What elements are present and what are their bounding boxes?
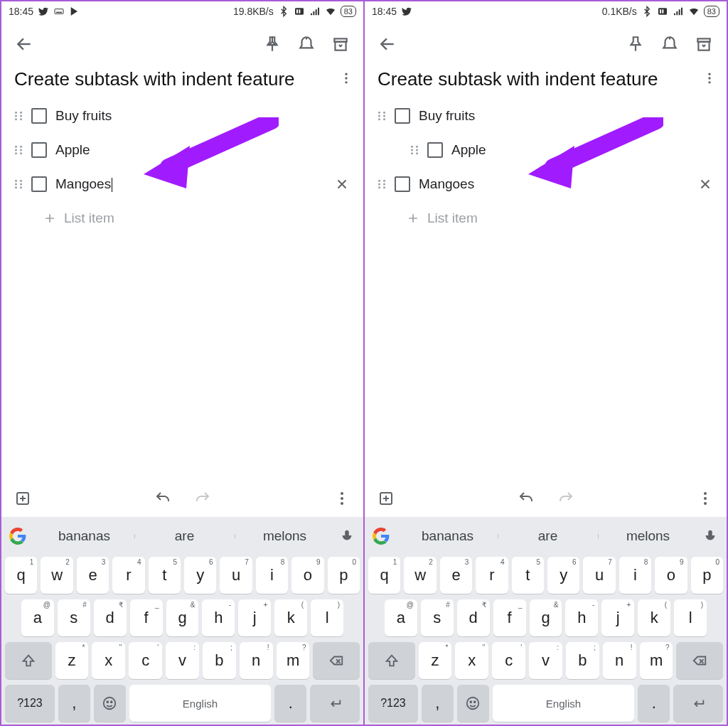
archive-button[interactable] [323,27,358,61]
key-n[interactable]: n! [240,642,273,679]
key-m[interactable]: m? [277,642,310,679]
redo-button[interactable] [186,481,220,516]
key-o[interactable]: o9 [655,557,687,594]
checklist-item-active[interactable]: Mangoes [372,167,719,201]
key-y[interactable]: y6 [184,557,216,594]
drag-handle-icon[interactable] [9,145,28,155]
key-o[interactable]: o9 [291,557,323,594]
key-v[interactable]: v: [529,642,562,679]
key-j[interactable]: j+ [238,599,271,636]
add-list-item[interactable]: List item [372,201,719,235]
key-x[interactable]: x" [455,642,488,679]
drag-handle-icon[interactable] [372,111,392,121]
comma-key[interactable]: , [58,685,90,722]
back-button[interactable] [7,27,41,61]
undo-button[interactable] [509,481,543,516]
checkbox[interactable] [31,108,47,124]
note-title[interactable]: Create subtask with indent feature [1,67,329,96]
key-m[interactable]: m? [640,642,673,679]
shift-key[interactable] [368,642,415,679]
key-p[interactable]: p0 [691,557,723,594]
symbols-key[interactable]: ?123 [368,685,418,722]
drag-handle-icon[interactable] [405,145,424,155]
undo-button[interactable] [146,481,180,516]
suggestion[interactable]: melons [235,528,335,544]
enter-key[interactable] [310,685,360,722]
back-button[interactable] [370,27,405,61]
emoji-key[interactable] [94,685,126,722]
checklist-item[interactable]: Buy fruits [372,99,719,133]
key-w[interactable]: w2 [404,557,436,594]
checkbox[interactable] [31,176,47,192]
pin-button[interactable] [619,27,653,61]
symbols-key[interactable]: ?123 [5,685,55,722]
more-options-button[interactable] [329,67,363,85]
key-r[interactable]: r4 [476,557,508,594]
key-p[interactable]: p0 [328,557,360,594]
suggestion[interactable]: are [498,528,598,544]
key-a[interactable]: a@ [385,599,417,636]
key-b[interactable]: b; [203,642,236,679]
checklist-item[interactable]: Apple [9,133,356,167]
archive-button[interactable] [687,27,721,61]
checklist-item-indented[interactable]: Apple [372,133,719,167]
key-z[interactable]: z* [55,642,89,679]
key-t[interactable]: t5 [512,557,544,594]
item-text[interactable]: Buy fruits [55,108,356,124]
reminder-button[interactable] [653,27,687,61]
add-content-button[interactable] [369,481,403,516]
checkbox[interactable] [395,108,410,124]
key-k[interactable]: k( [274,599,307,636]
key-j[interactable]: j+ [601,599,634,636]
drag-handle-icon[interactable] [9,179,28,189]
more-button[interactable] [688,481,722,516]
key-y[interactable]: y6 [547,557,579,594]
enter-key[interactable] [673,685,723,722]
key-l[interactable]: l) [311,599,343,636]
key-f[interactable]: f_ [130,599,163,636]
key-w[interactable]: w2 [41,557,73,594]
delete-item-button[interactable] [691,176,719,192]
key-n[interactable]: n! [603,642,636,679]
key-v[interactable]: v: [166,642,199,679]
note-title[interactable]: Create subtask with indent feature [365,67,692,96]
space-key[interactable]: English [493,685,635,722]
more-options-button[interactable] [692,67,727,85]
drag-handle-icon[interactable] [372,179,392,189]
add-list-item[interactable]: List item [9,201,356,235]
delete-item-button[interactable] [328,176,356,192]
key-t[interactable]: t5 [149,557,181,594]
item-text[interactable]: Mangoes [55,176,111,192]
key-e[interactable]: e3 [77,557,109,594]
checkbox[interactable] [395,176,410,192]
key-e[interactable]: e3 [440,557,472,594]
drag-handle-icon[interactable] [9,111,28,121]
google-logo-icon[interactable] [369,524,393,548]
key-r[interactable]: r4 [112,557,144,594]
key-i[interactable]: i8 [619,557,651,594]
space-key[interactable]: English [129,685,272,722]
key-z[interactable]: z* [419,642,452,679]
key-i[interactable]: i8 [256,557,288,594]
comma-key[interactable]: , [422,685,454,722]
key-l[interactable]: l) [674,599,707,636]
item-text[interactable]: Mangoes [419,176,474,192]
item-text[interactable]: Apple [55,142,356,158]
key-g[interactable]: g& [530,599,562,636]
key-c[interactable]: c' [492,642,525,679]
redo-button[interactable] [549,481,583,516]
pin-button[interactable] [255,27,289,61]
add-content-button[interactable] [6,481,40,516]
key-q[interactable]: q1 [5,557,37,594]
suggestion[interactable]: bananas [397,528,498,544]
key-c[interactable]: c' [129,642,162,679]
key-h[interactable]: h- [202,599,235,636]
suggestion[interactable]: are [134,528,235,544]
key-s[interactable]: s# [58,599,90,636]
period-key[interactable]: . [274,685,306,722]
backspace-key[interactable] [313,642,360,679]
key-d[interactable]: d₹ [94,599,127,636]
key-q[interactable]: q1 [368,557,400,594]
key-u[interactable]: u7 [220,557,252,594]
shift-key[interactable] [5,642,52,679]
